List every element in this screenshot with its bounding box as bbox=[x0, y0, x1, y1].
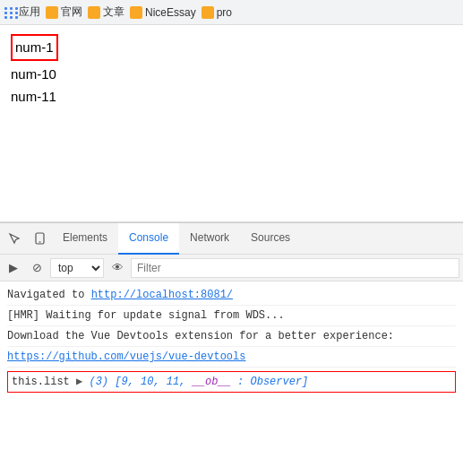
console-output: Navigated to http://localhost:8081/ [HMR… bbox=[0, 281, 463, 476]
console-line-thislist[interactable]: this.list ▶ (3) [9, 10, 11, __ob__ : Obs… bbox=[7, 371, 456, 393]
devtools-tabs: Elements Console Network Sources bbox=[0, 223, 463, 255]
eye-icon[interactable]: 👁 bbox=[107, 258, 127, 278]
list-item-num11: num-11 bbox=[11, 85, 452, 108]
main-content: num-1 num-10 num-11 bbox=[0, 25, 463, 222]
bookmark-wenzhang[interactable]: 文章 bbox=[88, 4, 124, 20]
list-item-num1: num-1 bbox=[11, 34, 58, 61]
tab-elements[interactable]: Elements bbox=[52, 223, 118, 255]
run-icon[interactable]: ▶ bbox=[4, 258, 23, 278]
context-selector[interactable]: top bbox=[50, 258, 104, 278]
apps-label: 应用 bbox=[19, 4, 40, 20]
console-line-hmr: [HMR] Waiting for update signal from WDS… bbox=[7, 306, 456, 326]
folder-icon bbox=[46, 6, 58, 19]
cursor-icon[interactable] bbox=[2, 226, 27, 251]
devtools-link[interactable]: https://github.com/vuejs/vue-devtools bbox=[7, 351, 245, 363]
apps-icon bbox=[4, 6, 16, 19]
list-item-num10: num-10 bbox=[11, 63, 452, 86]
folder-icon bbox=[201, 6, 214, 19]
navigated-link[interactable]: http://localhost:8081/ bbox=[91, 289, 233, 301]
bookmark-label: 文章 bbox=[103, 4, 124, 20]
console-toolbar: ▶ ⊘ top 👁 bbox=[0, 255, 463, 281]
apps-shortcut[interactable]: 应用 bbox=[4, 4, 40, 20]
tab-sources[interactable]: Sources bbox=[240, 223, 301, 255]
mobile-icon[interactable] bbox=[27, 226, 52, 251]
devtools-panel: Elements Console Network Sources ▶ ⊘ top… bbox=[0, 222, 463, 476]
bookmark-label: pro bbox=[217, 6, 232, 19]
bookmark-niceessay[interactable]: NiceEssay bbox=[130, 6, 196, 19]
folder-icon bbox=[88, 6, 100, 19]
filter-input[interactable] bbox=[131, 258, 459, 278]
console-line-download: Download the Vue Devtools extension for … bbox=[7, 326, 456, 347]
bookmark-label: NiceEssay bbox=[145, 6, 196, 19]
bookmark-label: 官网 bbox=[61, 4, 82, 20]
bookmark-pro[interactable]: pro bbox=[201, 6, 232, 19]
block-icon[interactable]: ⊘ bbox=[27, 258, 47, 278]
console-line-navigated: Navigated to http://localhost:8081/ bbox=[7, 285, 456, 306]
bookmark-guanwang[interactable]: 官网 bbox=[46, 4, 82, 20]
folder-icon bbox=[130, 6, 142, 19]
bookmarks-bar: 应用 官网 文章 NiceEssay pro bbox=[0, 0, 463, 25]
tab-network[interactable]: Network bbox=[179, 223, 240, 255]
tab-console[interactable]: Console bbox=[118, 223, 179, 255]
console-line-link: https://github.com/vuejs/vue-devtools bbox=[7, 347, 456, 368]
